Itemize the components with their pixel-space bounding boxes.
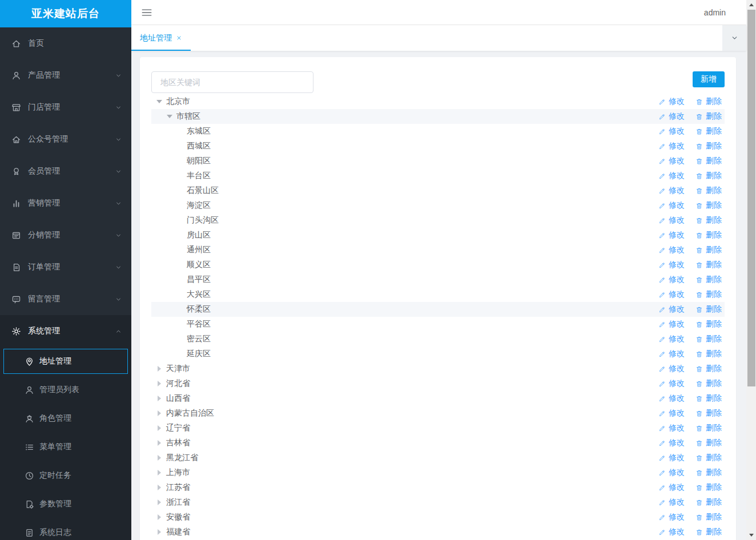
- sidebar-item-3[interactable]: 公众号管理: [0, 123, 131, 155]
- sidebar-subitem-1[interactable]: 管理员列表: [0, 376, 131, 404]
- tree-row[interactable]: 辽宁省修改删除: [151, 421, 725, 436]
- sidebar-subitem-2[interactable]: 角色管理: [0, 404, 131, 433]
- sidebar-item-4[interactable]: 会员管理: [0, 155, 131, 187]
- tree-row[interactable]: 门头沟区修改删除: [151, 213, 725, 228]
- hamburger-icon[interactable]: [140, 6, 153, 19]
- edit-link[interactable]: 修改: [658, 111, 685, 122]
- caret-right-icon[interactable]: [156, 470, 162, 475]
- edit-link[interactable]: 修改: [658, 527, 685, 537]
- tree-row[interactable]: 福建省修改删除: [151, 525, 725, 539]
- delete-link[interactable]: 删除: [695, 289, 722, 300]
- edit-link[interactable]: 修改: [658, 245, 685, 255]
- tree-row[interactable]: 通州区修改删除: [151, 243, 725, 257]
- edit-link[interactable]: 修改: [658, 423, 685, 433]
- edit-link[interactable]: 修改: [658, 468, 685, 478]
- vertical-scrollbar[interactable]: [746, 0, 756, 540]
- sidebar-subitem-6[interactable]: 系统日志: [0, 518, 131, 540]
- delete-link[interactable]: 删除: [695, 319, 722, 329]
- edit-link[interactable]: 修改: [658, 215, 685, 225]
- delete-link[interactable]: 删除: [695, 126, 722, 136]
- edit-link[interactable]: 修改: [658, 393, 685, 404]
- edit-link[interactable]: 修改: [658, 304, 685, 315]
- sidebar-item-7[interactable]: 订单管理: [0, 251, 131, 283]
- tree-row[interactable]: 石景山区修改删除: [151, 183, 725, 198]
- delete-link[interactable]: 删除: [695, 408, 722, 418]
- delete-link[interactable]: 删除: [695, 304, 722, 315]
- sidebar-subitem-0[interactable]: 地址管理: [0, 347, 131, 376]
- delete-link[interactable]: 删除: [695, 200, 722, 211]
- tree-row[interactable]: 西城区修改删除: [151, 139, 725, 154]
- sidebar-subitem-5[interactable]: 参数管理: [0, 490, 131, 518]
- tree-row[interactable]: 河北省修改删除: [151, 376, 725, 391]
- sidebar-item-1[interactable]: 产品管理: [0, 59, 131, 91]
- delete-link[interactable]: 删除: [695, 156, 722, 166]
- tree-row[interactable]: 浙江省修改删除: [151, 495, 725, 510]
- tree-row[interactable]: 海淀区修改删除: [151, 198, 725, 213]
- tree-row[interactable]: 顺义区修改删除: [151, 257, 725, 272]
- tree-row[interactable]: 黑龙江省修改删除: [151, 450, 725, 465]
- tree-row[interactable]: 上海市修改删除: [151, 465, 725, 480]
- caret-right-icon[interactable]: [156, 529, 162, 535]
- sidebar-item-9[interactable]: 系统管理: [0, 315, 131, 347]
- sidebar-item-2[interactable]: 门店管理: [0, 91, 131, 123]
- caret-right-icon[interactable]: [156, 514, 162, 520]
- tab-options-button[interactable]: [722, 25, 746, 51]
- sidebar-item-5[interactable]: 营销管理: [0, 187, 131, 219]
- tree-row[interactable]: 天津市修改删除: [151, 361, 725, 376]
- tree-row[interactable]: 昌平区修改删除: [151, 272, 725, 287]
- delete-link[interactable]: 删除: [695, 334, 722, 344]
- delete-link[interactable]: 删除: [695, 453, 722, 463]
- edit-link[interactable]: 修改: [658, 260, 685, 270]
- delete-link[interactable]: 删除: [695, 215, 722, 225]
- caret-right-icon[interactable]: [156, 425, 162, 431]
- delete-link[interactable]: 删除: [695, 260, 722, 270]
- edit-link[interactable]: 修改: [658, 378, 685, 389]
- edit-link[interactable]: 修改: [658, 408, 685, 418]
- caret-right-icon[interactable]: [156, 499, 162, 505]
- edit-link[interactable]: 修改: [658, 156, 685, 166]
- edit-link[interactable]: 修改: [658, 96, 685, 107]
- caret-right-icon[interactable]: [156, 485, 162, 490]
- delete-link[interactable]: 删除: [695, 230, 722, 240]
- edit-link[interactable]: 修改: [658, 171, 685, 181]
- edit-link[interactable]: 修改: [658, 200, 685, 211]
- tree-row[interactable]: 丰台区修改删除: [151, 168, 725, 183]
- sidebar-item-0[interactable]: 首页: [0, 27, 131, 59]
- edit-link[interactable]: 修改: [658, 453, 685, 463]
- sidebar-subitem-3[interactable]: 菜单管理: [0, 433, 131, 461]
- edit-link[interactable]: 修改: [658, 334, 685, 344]
- caret-right-icon[interactable]: [156, 381, 162, 386]
- tree-row[interactable]: 朝阳区修改删除: [151, 154, 725, 168]
- tab-0[interactable]: 地址管理: [131, 25, 191, 51]
- tree-row[interactable]: 延庆区修改删除: [151, 346, 725, 361]
- delete-link[interactable]: 删除: [695, 393, 722, 404]
- caret-right-icon[interactable]: [156, 396, 162, 401]
- delete-link[interactable]: 删除: [695, 349, 722, 359]
- delete-link[interactable]: 删除: [695, 275, 722, 285]
- tree-row[interactable]: 房山区修改删除: [151, 228, 725, 243]
- user-menu[interactable]: admin: [704, 8, 726, 17]
- delete-link[interactable]: 删除: [695, 527, 722, 537]
- delete-link[interactable]: 删除: [695, 141, 722, 151]
- tree-row[interactable]: 密云区修改删除: [151, 332, 725, 346]
- add-button[interactable]: 新增: [693, 71, 725, 87]
- delete-link[interactable]: 删除: [695, 482, 722, 493]
- edit-link[interactable]: 修改: [658, 349, 685, 359]
- caret-right-icon[interactable]: [156, 440, 162, 446]
- edit-link[interactable]: 修改: [658, 230, 685, 240]
- caret-right-icon[interactable]: [156, 455, 162, 461]
- delete-link[interactable]: 删除: [695, 364, 722, 374]
- sidebar-subitem-4[interactable]: 定时任务: [0, 461, 131, 490]
- tree-row[interactable]: 北京市修改删除: [151, 94, 725, 109]
- delete-link[interactable]: 删除: [695, 497, 722, 507]
- delete-link[interactable]: 删除: [695, 186, 722, 196]
- edit-link[interactable]: 修改: [658, 497, 685, 507]
- close-icon[interactable]: [176, 35, 182, 41]
- delete-link[interactable]: 删除: [695, 438, 722, 448]
- edit-link[interactable]: 修改: [658, 141, 685, 151]
- tree-row[interactable]: 大兴区修改删除: [151, 287, 725, 302]
- delete-link[interactable]: 删除: [695, 111, 722, 122]
- delete-link[interactable]: 删除: [695, 512, 722, 522]
- delete-link[interactable]: 删除: [695, 171, 722, 181]
- delete-link[interactable]: 删除: [695, 378, 722, 389]
